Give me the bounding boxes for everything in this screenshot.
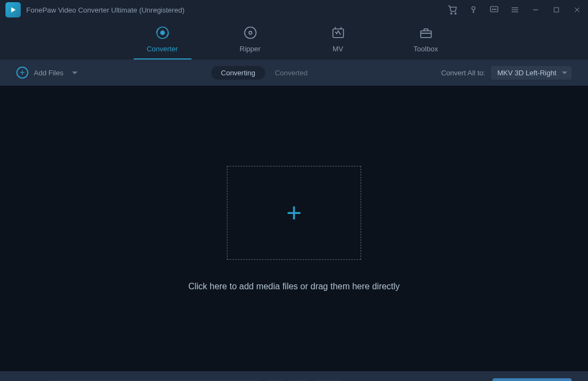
add-files-label: Add Files	[34, 69, 63, 77]
nav-label: Toolbox	[413, 45, 438, 53]
tab-ripper[interactable]: Ripper	[221, 25, 279, 59]
key-icon[interactable]	[468, 4, 479, 15]
status-tabs: Converting Converted	[211, 66, 308, 80]
menu-icon[interactable]	[509, 4, 520, 15]
svg-rect-20	[421, 31, 431, 38]
svg-point-17	[244, 27, 256, 39]
main-nav: Converter Ripper MV Toolbox	[0, 20, 588, 59]
format-select[interactable]: MKV 3D Left-Right	[491, 66, 572, 80]
svg-point-18	[249, 31, 251, 34]
maximize-icon[interactable]	[551, 4, 562, 15]
tab-converting[interactable]: Converting	[211, 66, 265, 80]
tab-mv[interactable]: MV	[309, 25, 367, 59]
plus-icon: +	[286, 200, 302, 226]
add-files-button[interactable]: Add Files	[16, 67, 77, 79]
app-logo	[5, 2, 21, 17]
tab-toolbox[interactable]: Toolbox	[397, 25, 455, 59]
toolbar: Add Files Converting Converted Convert A…	[0, 59, 588, 86]
minimize-icon[interactable]	[530, 4, 541, 15]
chevron-down-icon	[562, 72, 567, 74]
svg-point-3	[472, 7, 475, 10]
svg-point-1	[451, 13, 452, 14]
convert-all-label: Convert All to:	[441, 69, 485, 77]
add-media-dropzone[interactable]: +	[227, 166, 361, 260]
nav-label: Ripper	[239, 45, 260, 53]
cart-icon[interactable]	[447, 4, 458, 15]
svg-point-2	[455, 13, 457, 14]
svg-point-16	[160, 31, 164, 35]
convert-all-button[interactable]: Convert All	[493, 378, 572, 381]
drop-hint: Click here to add media files or drag th…	[188, 282, 400, 291]
close-icon[interactable]	[572, 4, 583, 15]
format-value: MKV 3D Left-Right	[497, 69, 556, 77]
toolbox-icon	[418, 25, 434, 40]
svg-marker-0	[11, 7, 16, 12]
feedback-icon[interactable]	[489, 4, 500, 15]
mv-icon	[331, 25, 346, 40]
bottom-bar: Save to: C:\Users\pc\Videos Merge into o…	[0, 371, 588, 381]
svg-point-6	[494, 9, 494, 10]
tab-converter[interactable]: Converter	[134, 25, 191, 59]
chevron-down-icon	[72, 72, 77, 74]
tab-converted[interactable]: Converted	[275, 69, 308, 77]
ripper-icon	[243, 25, 258, 40]
nav-label: Converter	[147, 45, 178, 53]
converter-icon	[155, 25, 170, 40]
convert-all-to: Convert All to: MKV 3D Left-Right	[441, 66, 572, 80]
svg-point-7	[495, 9, 496, 10]
drop-area[interactable]: + Click here to add media files or drag …	[0, 86, 588, 371]
titlebar-actions	[447, 4, 583, 15]
app-title: FonePaw Video Converter Ultimate (Unregi…	[26, 6, 184, 14]
svg-rect-12	[554, 8, 559, 12]
nav-label: MV	[333, 45, 344, 53]
titlebar: FonePaw Video Converter Ultimate (Unregi…	[0, 0, 588, 20]
plus-circle-icon	[16, 67, 28, 79]
svg-point-5	[492, 9, 493, 10]
